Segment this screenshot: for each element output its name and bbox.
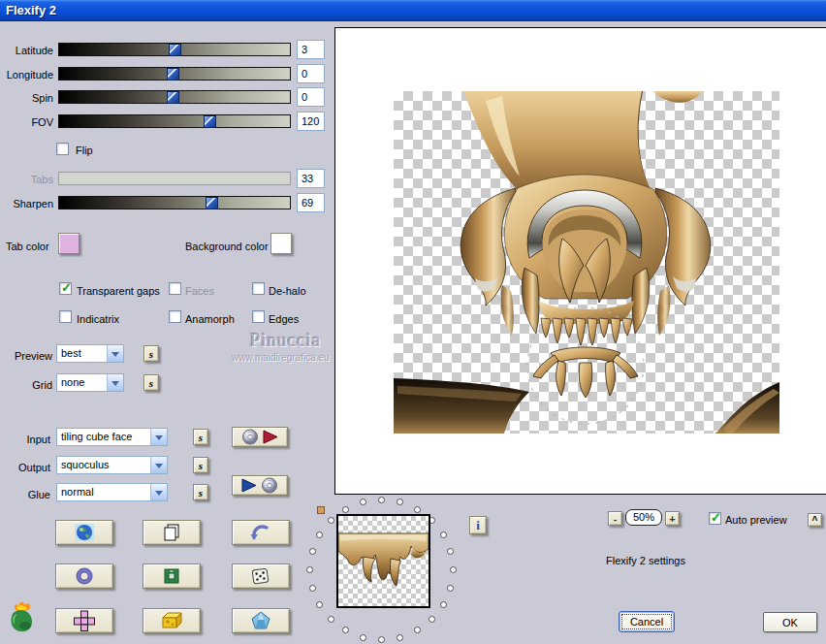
background-color-swatch[interactable] [270,233,292,254]
ring-dot [328,616,334,623]
collapse-button[interactable]: ^ [808,513,822,527]
preview-image[interactable] [394,91,779,434]
output-select-label: Output [0,461,50,474]
anamorph-label: Anamorph [185,312,235,326]
grid-settings-button[interactable]: s [143,374,159,391]
spin-label: Spin [0,91,53,105]
randomize-button[interactable] [232,564,290,589]
glue-select[interactable]: normal [56,483,168,501]
latitude-slider-thumb[interactable] [169,44,181,56]
tile-thumbnail-image [338,516,429,606]
latitude-value[interactable] [297,40,325,59]
indicatrix-checkbox[interactable] [59,310,72,323]
spin-slider-thumb[interactable] [167,91,179,104]
flexify-render [394,91,779,434]
fov-value[interactable] [297,112,325,131]
spin-slider[interactable] [58,90,291,104]
grid-select[interactable]: none [56,373,124,392]
info-button[interactable]: i [469,516,487,534]
ring-dot [447,585,454,592]
torus-button[interactable] [55,564,113,589]
faces-label: Faces [185,284,214,298]
cd-then-red-play-icon [238,429,281,445]
tab-color-label: Tab color [6,240,49,253]
undo-button[interactable] [232,520,290,545]
tabs-slider [58,172,291,185]
ring-dot [378,497,385,503]
ring-dot [450,566,457,573]
zoom-in-button[interactable]: + [665,511,680,526]
chevron-down-icon[interactable] [150,457,167,473]
load-settings-button[interactable] [232,427,288,447]
preview-select-value: best [61,347,81,359]
frame-button[interactable] [143,564,201,589]
input-select[interactable]: tiling cube face [56,428,168,446]
longitude-slider-thumb[interactable] [167,68,179,80]
glue-select-label: Glue [0,488,50,501]
title-bar[interactable]: Flexify 2 [0,0,826,21]
glue-settings-button[interactable]: s [193,484,208,500]
output-select[interactable]: squoculus [56,456,168,474]
chevron-down-icon[interactable] [150,429,167,445]
ring-dot [316,601,323,608]
de-halo-label: De-halo [269,284,306,298]
chevron-down-icon[interactable] [107,374,123,391]
polyhedron-button[interactable] [232,608,290,633]
ok-button[interactable]: OK [763,612,817,632]
cheese-button[interactable] [143,608,201,633]
cube-net-button[interactable] [55,608,113,633]
zoom-out-button[interactable]: - [608,511,622,526]
input-settings-button[interactable]: s [193,429,208,445]
globe-button[interactable] [55,520,113,545]
cancel-button[interactable]: Cancel [619,611,675,632]
de-halo-checkbox[interactable] [252,282,265,295]
undo-arrow-icon [250,524,271,541]
anamorph-checkbox[interactable] [169,310,181,323]
transparent-gaps-checkbox[interactable] [59,282,72,295]
edges-checkbox[interactable] [252,310,265,323]
flip-checkbox[interactable] [56,143,69,155]
watermark-site: www.maidiregrafica.eu [232,352,330,363]
dice-icon [250,566,271,586]
window-title: Flexify 2 [6,3,56,17]
flaming-pear-logo[interactable] [6,601,37,636]
tile-handle[interactable] [317,506,325,514]
ring-dot [342,627,349,633]
tab-color-swatch[interactable] [58,233,79,254]
save-settings-button[interactable] [232,475,288,496]
preview-settings-button[interactable]: s [143,345,159,362]
ring-dot [360,499,366,505]
longitude-value[interactable] [297,64,325,83]
tabs-value[interactable] [297,169,325,188]
preview-select[interactable]: best [56,344,124,363]
tile-thumbnail[interactable] [336,514,430,608]
input-select-label: Input [0,433,50,446]
spin-value[interactable] [297,87,325,107]
indicatrix-label: Indicatrix [77,312,119,326]
cheese-icon [160,611,183,630]
sharpen-label: Sharpen [0,197,53,210]
latitude-label: Latitude [0,44,53,57]
fov-slider[interactable] [58,114,291,128]
output-settings-button[interactable]: s [193,457,208,473]
sharpen-value[interactable] [297,193,325,212]
fov-slider-thumb[interactable] [204,115,216,128]
copy-button[interactable] [143,520,201,545]
ring-dot [360,634,366,641]
zoom-level: 50% [625,509,662,526]
ring-dot [328,517,334,524]
sharpen-slider[interactable] [58,196,291,209]
auto-preview-checkbox[interactable] [709,512,721,525]
preview-select-label: Preview [0,349,52,363]
chevron-down-icon[interactable] [107,345,123,362]
tabs-label: Tabs [0,173,53,186]
latitude-slider[interactable] [58,43,291,56]
faces-checkbox [169,282,181,295]
auto-preview-label: Auto preview [725,513,787,527]
sharpen-slider-thumb[interactable] [206,197,218,209]
ring-dot [309,585,316,592]
ring-dot [440,601,447,608]
longitude-slider[interactable] [58,67,291,80]
grid-select-label: Grid [0,378,52,392]
chevron-down-icon[interactable] [150,484,167,500]
